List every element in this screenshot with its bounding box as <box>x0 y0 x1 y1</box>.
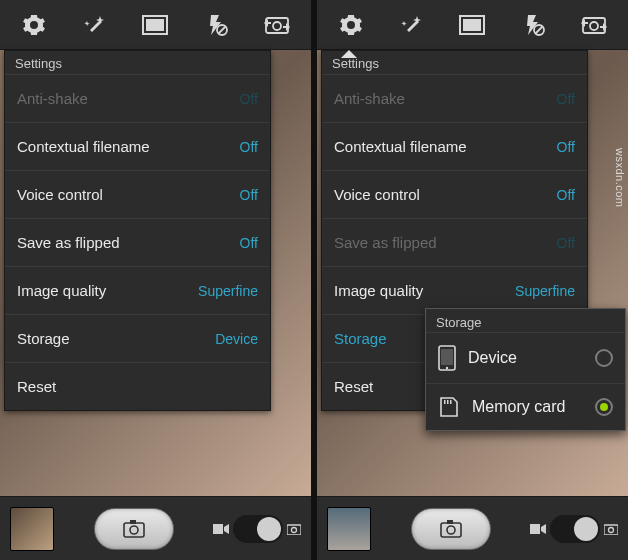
svg-rect-8 <box>130 520 136 524</box>
flash-off-icon[interactable] <box>518 10 548 40</box>
phone-icon <box>438 345 456 371</box>
setting-voice-control[interactable]: Voice control Off <box>322 170 587 218</box>
gear-icon[interactable] <box>19 10 49 40</box>
watermark: wsxdn.com <box>614 148 626 208</box>
gear-icon[interactable] <box>336 10 366 40</box>
setting-save-flipped[interactable]: Save as flipped Off <box>322 218 587 266</box>
mode-knob <box>574 517 598 541</box>
settings-header: Settings <box>5 51 270 74</box>
camera-viewfinder: Settings Anti-shake Off Contextual filen… <box>0 50 311 496</box>
shutter-group <box>411 508 491 550</box>
mode-switch <box>213 515 301 543</box>
setting-image-quality[interactable]: Image quality Superfine <box>5 266 270 314</box>
camera-toolbar <box>317 0 628 50</box>
svg-rect-13 <box>463 19 481 31</box>
svg-rect-24 <box>441 523 461 537</box>
setting-label: Save as flipped <box>334 234 437 252</box>
phone-left: Settings Anti-shake Off Contextual filen… <box>0 0 311 560</box>
svg-rect-28 <box>604 525 618 535</box>
mode-switch <box>530 515 618 543</box>
camera-icon <box>440 520 462 538</box>
mode-toggle[interactable] <box>233 515 283 543</box>
setting-value: Superfine <box>198 283 258 299</box>
svg-rect-10 <box>287 525 301 535</box>
camera-bottom-bar <box>317 496 628 560</box>
video-icon <box>213 523 229 535</box>
rectangle-icon[interactable] <box>140 10 170 40</box>
option-label: Memory card <box>472 398 565 416</box>
camera-toolbar <box>0 0 311 50</box>
storage-option-memory-card[interactable]: Memory card <box>426 383 625 430</box>
magic-wand-icon[interactable] <box>397 10 427 40</box>
magic-wand-icon[interactable] <box>80 10 110 40</box>
setting-value: Off <box>557 91 575 107</box>
phone-right: Settings Anti-shake Off Contextual filen… <box>317 0 628 560</box>
setting-label: Voice control <box>334 186 420 204</box>
option-label: Device <box>468 349 517 367</box>
svg-rect-21 <box>444 400 446 404</box>
svg-point-25 <box>447 526 455 534</box>
mode-knob <box>257 517 281 541</box>
settings-panel: Settings Anti-shake Off Contextual filen… <box>4 50 271 411</box>
shutter-button[interactable] <box>411 508 491 550</box>
svg-point-17 <box>590 22 598 30</box>
setting-label: Anti-shake <box>17 90 88 108</box>
svg-point-20 <box>446 367 448 369</box>
setting-label: Voice control <box>17 186 103 204</box>
camera-viewfinder: Settings Anti-shake Off Contextual filen… <box>317 50 628 496</box>
sdcard-icon <box>438 396 460 418</box>
gallery-thumbnail[interactable] <box>327 507 371 551</box>
storage-option-device[interactable]: Device <box>426 332 625 383</box>
radio-unchecked-icon <box>595 349 613 367</box>
setting-image-quality[interactable]: Image quality Superfine <box>322 266 587 314</box>
panel-pointer-icon <box>341 50 357 58</box>
storage-dialog: Storage Device Memory card <box>425 308 626 431</box>
svg-rect-22 <box>447 400 449 404</box>
svg-rect-26 <box>447 520 453 524</box>
setting-value: Off <box>240 91 258 107</box>
svg-rect-6 <box>124 523 144 537</box>
gallery-thumbnail[interactable] <box>10 507 54 551</box>
setting-contextual-filename[interactable]: Contextual filename Off <box>5 122 270 170</box>
flash-off-icon[interactable] <box>201 10 231 40</box>
setting-label: Reset <box>17 378 56 396</box>
switch-camera-icon[interactable] <box>262 10 292 40</box>
rectangle-icon[interactable] <box>457 10 487 40</box>
setting-label: Save as flipped <box>17 234 120 252</box>
setting-storage[interactable]: Storage Device <box>5 314 270 362</box>
settings-header: Settings <box>322 51 587 74</box>
camera-small-icon <box>604 523 618 535</box>
setting-anti-shake[interactable]: Anti-shake Off <box>5 74 270 122</box>
setting-reset[interactable]: Reset <box>5 362 270 410</box>
svg-point-11 <box>292 527 297 532</box>
setting-label: Reset <box>334 378 373 396</box>
setting-value: Off <box>557 235 575 251</box>
setting-value: Off <box>240 139 258 155</box>
mode-toggle[interactable] <box>550 515 600 543</box>
setting-label: Storage <box>17 330 70 348</box>
setting-save-flipped[interactable]: Save as flipped Off <box>5 218 270 266</box>
radio-checked-icon <box>595 398 613 416</box>
svg-rect-27 <box>530 524 540 534</box>
setting-label: Image quality <box>334 282 423 300</box>
shutter-button[interactable] <box>94 508 174 550</box>
shutter-group <box>94 508 174 550</box>
setting-voice-control[interactable]: Voice control Off <box>5 170 270 218</box>
svg-rect-9 <box>213 524 223 534</box>
setting-label: Anti-shake <box>334 90 405 108</box>
svg-line-15 <box>536 26 543 33</box>
setting-anti-shake[interactable]: Anti-shake Off <box>322 74 587 122</box>
svg-point-5 <box>273 22 281 30</box>
setting-value: Off <box>557 139 575 155</box>
camera-bottom-bar <box>0 496 311 560</box>
svg-point-29 <box>609 527 614 532</box>
setting-label: Contextual filename <box>334 138 467 156</box>
storage-dialog-header: Storage <box>426 309 625 332</box>
svg-rect-23 <box>450 400 452 404</box>
svg-line-3 <box>219 26 226 33</box>
setting-value: Off <box>240 235 258 251</box>
setting-value: Device <box>215 331 258 347</box>
setting-contextual-filename[interactable]: Contextual filename Off <box>322 122 587 170</box>
switch-camera-icon[interactable] <box>579 10 609 40</box>
setting-label: Contextual filename <box>17 138 150 156</box>
